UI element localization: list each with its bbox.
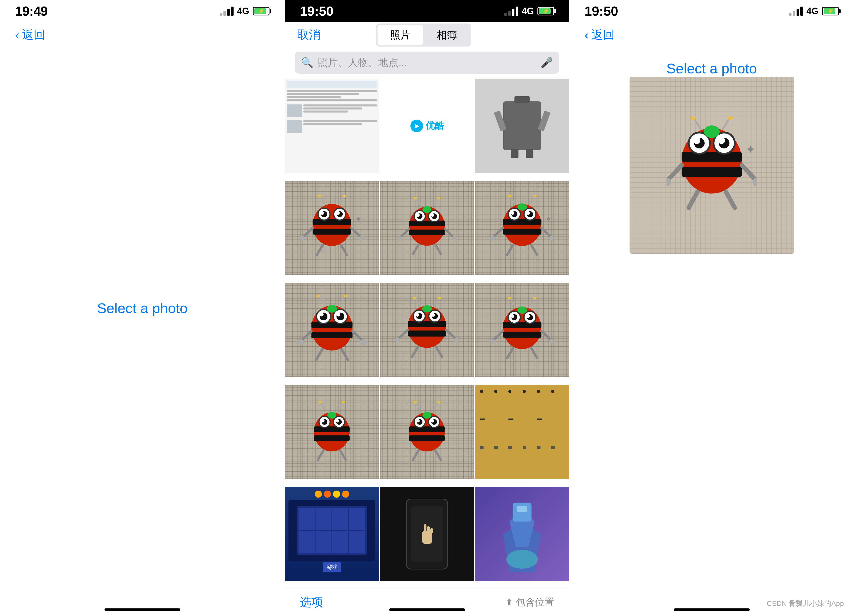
svg-point-133 [321,419,325,423]
lte-right: 4G [807,6,819,17]
charging-icon-right: ⚡ [827,8,834,14]
svg-line-54 [493,228,503,237]
photo-cell-robot[interactable] [475,79,569,173]
svg-point-73 [320,313,323,316]
youku-label: 优酷 [425,120,444,132]
svg-rect-87 [408,330,446,336]
photo-cell-bee-7[interactable] [285,385,379,479]
phone-content [380,487,474,581]
search-input-wrap[interactable]: 🔍 照片、人物、地点... 🎤 [295,52,559,74]
svg-line-162 [694,118,701,130]
svg-rect-5 [313,219,351,225]
svg-line-79 [316,349,322,360]
svg-rect-156 [430,528,433,534]
svg-point-35 [398,236,402,241]
svg-point-55 [490,236,495,240]
svg-rect-160 [517,506,527,512]
location-info: ⬆ 包含位置 [506,596,554,609]
svg-point-98 [454,338,459,343]
photo-cell-bee-5[interactable] [380,283,474,377]
svg-rect-155 [427,526,429,533]
status-right-right: 4G ⚡ [789,6,839,17]
svg-line-40 [510,196,515,204]
game-content: 游戏 [285,487,379,581]
tab-albums[interactable]: 相簿 [424,25,470,45]
photo-cell-youku[interactable]: 优酷 [380,79,474,173]
photo-cell-mech[interactable] [475,487,569,581]
svg-line-81 [415,298,420,306]
photo-cell-bee-1[interactable]: ✦ [285,181,379,275]
back-button-left[interactable]: ‹ 返回 [15,27,45,43]
svg-line-99 [412,347,418,357]
svg-point-174 [693,137,700,144]
photo-cell-parts[interactable] [475,385,569,479]
photo-grid: 优酷 [285,79,569,588]
photo-cell-bee-2[interactable] [380,181,474,275]
svg-line-39 [436,245,441,254]
options-button[interactable]: 选项 [300,595,323,610]
photo-cell-bee-6[interactable] [475,283,569,377]
chevron-left-left: ‹ [15,27,20,42]
charging-icon-left: ⚡ [258,8,265,14]
back-button-right[interactable]: ‹ 返回 [584,27,615,43]
svg-line-2 [339,196,344,204]
svg-line-136 [340,450,346,460]
status-right-middle: 4G ⚡ [504,6,554,17]
nav-bar-right: ‹ 返回 [569,22,854,47]
svg-rect-26 [409,230,445,235]
status-bar-middle: 19:50 4G ⚡ [285,0,569,22]
svg-line-34 [400,229,409,237]
signal-bars-right [789,6,803,16]
bee-toy-4 [285,283,379,377]
svg-rect-25 [409,221,445,226]
cancel-button[interactable]: 取消 [297,27,320,43]
photo-cell-bee-4[interactable] [285,283,379,377]
svg-point-175 [704,125,720,138]
svg-line-75 [301,331,311,341]
svg-line-137 [416,402,420,410]
svg-line-17 [317,245,323,255]
home-indicator-left [105,608,180,611]
bee-toy-2 [380,181,474,275]
svg-line-100 [436,347,442,357]
select-photo-left[interactable]: Select a photo [97,300,188,316]
svg-line-117 [541,331,551,340]
signal-bars-middle [504,6,518,16]
status-bar-left: 19:49 4G ⚡ [0,0,285,22]
mech-content [475,487,569,581]
svg-line-0 [320,196,325,204]
svg-line-139 [434,402,438,410]
svg-point-16 [359,236,364,240]
svg-line-151 [413,450,418,460]
svg-rect-143 [409,435,445,441]
search-icon: 🔍 [301,57,314,68]
photo-cell-screenshot[interactable] [285,79,379,173]
photo-cell-phone[interactable] [380,487,474,581]
svg-line-77 [352,331,363,341]
time-left: 19:49 [15,3,47,19]
svg-line-58 [507,245,513,255]
svg-point-161 [506,550,538,569]
svg-rect-106 [503,322,541,328]
svg-point-33 [422,206,432,213]
picker-tabs: 照片 相簿 [376,23,471,47]
location-label: 包含位置 [516,596,554,609]
nav-bar-left: ‹ 返回 [0,22,285,47]
picker-footer: 选项 ⬆ 包含位置 [285,588,569,616]
svg-rect-6 [313,228,351,234]
panel-left: 19:49 4G ⚡ ‹ 返回 Select a photo [0,0,285,616]
battery-left: ⚡ [253,7,270,15]
mic-icon: 🎤 [540,57,553,68]
photo-cell-game[interactable]: 游戏 [285,487,379,581]
lte-middle: 4G [522,6,534,17]
svg-rect-126 [314,426,350,432]
photo-cell-bee-8[interactable] [380,385,474,479]
tab-photos[interactable]: 照片 [378,25,423,45]
svg-rect-154 [424,524,426,533]
svg-point-173 [718,137,725,144]
svg-line-176 [668,165,682,180]
select-photo-right[interactable]: Select a photo [569,60,854,77]
svg-rect-107 [503,332,541,338]
photo-cell-bee-3[interactable]: ✦ [475,181,569,275]
svg-rect-46 [503,228,541,234]
